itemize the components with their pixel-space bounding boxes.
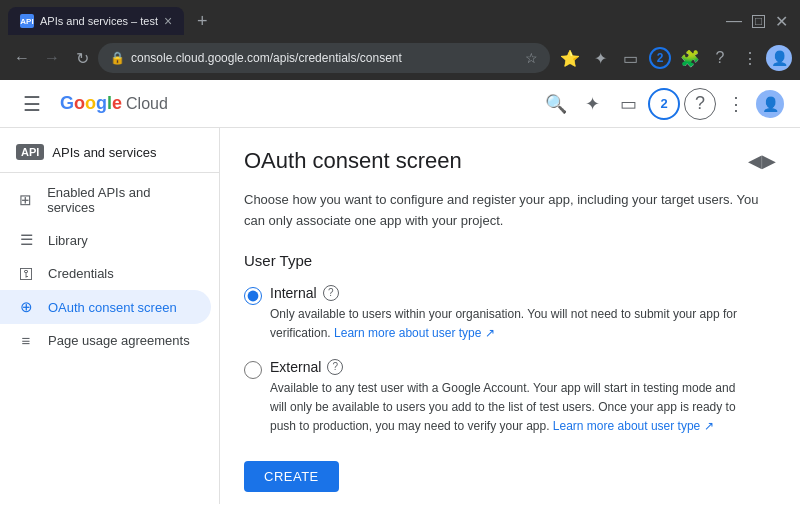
main-area: API APIs and services ⊞ Enabled APIs and… — [0, 128, 800, 504]
minimize-button[interactable]: — — [726, 12, 742, 30]
topbar-icons: 🔍 ✦ ▭ 2 ? ⋮ 👤 — [540, 88, 784, 120]
expand-icon[interactable]: ◀▶ — [748, 150, 776, 172]
enabled-apis-label: Enabled APIs and services — [47, 185, 195, 215]
page-usage-icon: ≡ — [16, 332, 36, 349]
radio-group: Internal ? Only available to users withi… — [244, 285, 776, 437]
bookmark-icon[interactable]: ⭐ — [556, 44, 584, 72]
page-title: OAuth consent screen — [244, 148, 462, 174]
extensions-icon[interactable]: 🧩 — [676, 44, 704, 72]
back-button[interactable]: ← — [8, 44, 36, 72]
section-title: User Type — [244, 252, 776, 269]
sidebar-title: APIs and services — [52, 145, 156, 160]
sidebar: API APIs and services ⊞ Enabled APIs and… — [0, 128, 220, 504]
credentials-label: Credentials — [48, 266, 114, 281]
more-icon[interactable]: ⋮ — [736, 44, 764, 72]
user-avatar[interactable]: 👤 — [766, 45, 792, 71]
topbar-cast-icon[interactable]: ▭ — [612, 88, 644, 120]
internal-help-icon[interactable]: ? — [323, 285, 339, 301]
radio-external[interactable] — [244, 361, 262, 379]
tab-favicon: API — [20, 14, 34, 28]
content-area: OAuth consent screen ◀▶ Choose how you w… — [220, 128, 800, 504]
address-text: console.cloud.google.com/apis/credential… — [131, 51, 519, 65]
topbar-search-icon[interactable]: 🔍 — [540, 88, 572, 120]
page-header: OAuth consent screen ◀▶ — [244, 148, 776, 174]
sidebar-item-enabled-apis[interactable]: ⊞ Enabled APIs and services — [0, 177, 211, 223]
cast-icon[interactable]: ▭ — [616, 44, 644, 72]
topbar-avatar[interactable]: 👤 — [756, 90, 784, 118]
library-icon: ☰ — [16, 231, 36, 249]
sidebar-item-oauth-consent[interactable]: ⊕ OAuth consent screen — [0, 290, 211, 324]
notification-badge: 2 — [657, 51, 664, 65]
help-icon[interactable]: ? — [706, 44, 734, 72]
radio-internal[interactable] — [244, 287, 262, 305]
browser-tools: ⭐ ✦ ▭ 2 🧩 ? ⋮ 👤 — [556, 44, 792, 72]
sidebar-header: API APIs and services — [0, 136, 219, 173]
credentials-icon: ⚿ — [16, 265, 36, 282]
reload-button[interactable]: ↻ — [68, 44, 96, 72]
page-usage-label: Page usage agreements — [48, 333, 190, 348]
page-description: Choose how you want to configure and reg… — [244, 190, 764, 232]
topbar-more-icon[interactable]: ⋮ — [720, 88, 752, 120]
create-button[interactable]: CREATE — [244, 461, 339, 492]
radio-option-external: External ? Available to any test user wi… — [244, 359, 776, 437]
sidebar-item-page-usage[interactable]: ≡ Page usage agreements — [0, 324, 211, 357]
radio-internal-description: Only available to users within your orga… — [270, 305, 750, 343]
maximize-button[interactable]: □ — [752, 15, 765, 28]
radio-external-label[interactable]: External — [270, 359, 321, 375]
address-star-icon[interactable]: ☆ — [525, 50, 538, 66]
browser-tab[interactable]: API APIs and services – test × — [8, 7, 184, 35]
tab-close-icon[interactable]: × — [164, 13, 172, 29]
profile-icon[interactable]: 2 — [646, 44, 674, 72]
new-tab-button[interactable]: + — [188, 7, 216, 35]
browser-navbar: ← → ↻ 🔒 console.cloud.google.com/apis/cr… — [0, 36, 800, 80]
menu-button[interactable]: ☰ — [16, 88, 48, 120]
topbar-spark-icon[interactable]: ✦ — [576, 88, 608, 120]
radio-external-description: Available to any test user with a Google… — [270, 379, 750, 437]
window-controls: — □ ✕ — [726, 12, 788, 31]
external-learn-more-link[interactable]: Learn more about user type ↗ — [553, 419, 714, 433]
library-label: Library — [48, 233, 88, 248]
address-bar[interactable]: 🔒 console.cloud.google.com/apis/credenti… — [98, 43, 550, 73]
browser-titlebar: API APIs and services – test × + — □ ✕ — [0, 0, 800, 36]
close-button[interactable]: ✕ — [775, 12, 788, 31]
topbar-help-icon[interactable]: ? — [684, 88, 716, 120]
radio-internal-label[interactable]: Internal — [270, 285, 317, 301]
topbar: ☰ G o o g l e Cloud 🔍 ✦ ▭ 2 ? ⋮ 👤 — [0, 80, 800, 128]
enabled-apis-icon: ⊞ — [16, 191, 35, 209]
radio-option-internal: Internal ? Only available to users withi… — [244, 285, 776, 343]
external-help-icon[interactable]: ? — [327, 359, 343, 375]
forward-button[interactable]: → — [38, 44, 66, 72]
topbar-notification[interactable]: 2 — [648, 88, 680, 120]
radio-external-content: External ? Available to any test user wi… — [270, 359, 750, 437]
oauth-consent-label: OAuth consent screen — [48, 300, 177, 315]
api-badge: API — [16, 144, 44, 160]
tab-title: APIs and services – test — [40, 15, 158, 27]
cloud-text: Cloud — [126, 95, 168, 113]
app-container: ☰ G o o g l e Cloud 🔍 ✦ ▭ 2 ? ⋮ 👤 API — [0, 80, 800, 504]
sidebar-item-credentials[interactable]: ⚿ Credentials — [0, 257, 211, 290]
sidebar-item-library[interactable]: ☰ Library — [0, 223, 211, 257]
address-lock-icon: 🔒 — [110, 51, 125, 65]
oauth-consent-icon: ⊕ — [16, 298, 36, 316]
google-cloud-logo: G o o g l e Cloud — [60, 93, 168, 114]
internal-learn-more-link[interactable]: Learn more about user type ↗ — [334, 326, 495, 340]
spark-icon[interactable]: ✦ — [586, 44, 614, 72]
browser-chrome: API APIs and services – test × + — □ ✕ ←… — [0, 0, 800, 80]
radio-internal-content: Internal ? Only available to users withi… — [270, 285, 750, 343]
